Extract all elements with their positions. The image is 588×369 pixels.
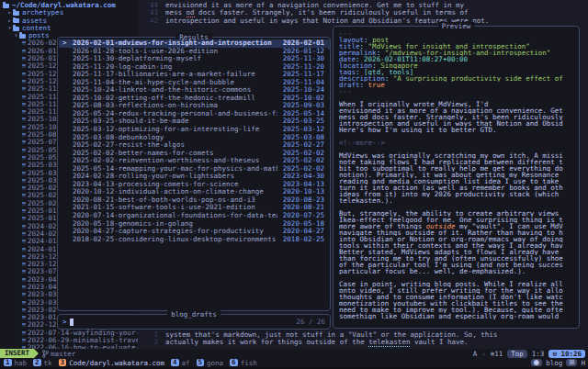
- result-filename: 2020-08-21-best-of-both-worlds-pop-os-an…: [73, 196, 277, 205]
- text-span: envisioned it as more of a navigation co…: [339, 107, 563, 114]
- tree-dir-archetypes[interactable]: ▸archetypes: [0, 9, 138, 17]
- tree-dir-label: posts: [28, 32, 50, 39]
- tree-file-label: 2025-08-: [28, 131, 61, 139]
- tmux-window-hab[interactable]: 1hab: [4, 359, 27, 367]
- preview-line: introspection and useful in ways that No…: [339, 120, 577, 127]
- results-row[interactable]: 2018-02-25-considering-linux-desktop-env…: [59, 236, 329, 244]
- prompt-title: blog_drafts: [167, 310, 220, 319]
- markdown-file-icon: ≡: [20, 223, 28, 230]
- tree-file-label: 2023-04-: [28, 276, 61, 284]
- tree-file-label: 2023-04-: [28, 284, 61, 291]
- file-tree-root[interactable]: ~/Code/daryl.wakatara.com: [0, 2, 138, 9]
- result-filename: 2025-02-27-resist-the-algos: [73, 141, 277, 150]
- telescope-results-window: Results >2026-02-01-mdviews-for-insight-…: [57, 37, 331, 311]
- preview-line: ---: [339, 30, 577, 37]
- tmux-window-Code/daryl.wakatara.com[interactable]: 3Code/daryl.wakatara.com: [59, 359, 164, 367]
- tree-dir-assets[interactable]: ▸assets: [0, 17, 138, 25]
- editor-line: 42introspection and useful in ways that …: [138, 17, 489, 25]
- results-counter: 26 / 26: [296, 318, 325, 326]
- text-span: Case in point, writing blog posts. While…: [339, 281, 563, 287]
- tree-file-label: 2023-03-: [28, 299, 61, 307]
- preview-line: ---: [339, 88, 577, 95]
- preview-line: tags: [gtd, tools]: [339, 69, 577, 75]
- results-scrollbar[interactable]: [327, 39, 330, 50]
- text-span: location: [339, 62, 372, 69]
- text-span: telekasten: [368, 338, 410, 347]
- host-label: H: [581, 359, 585, 367]
- result-filename: 2025-11-17-billionaries-are-a-market-fai…: [73, 71, 277, 79]
- line-number: 42: [138, 17, 158, 25]
- tmux-window-index: 3: [59, 359, 67, 366]
- markdown-file-icon: ≡: [20, 246, 28, 253]
- result-filename: 2021-01-15-software-tools-i-use-2021-edi…: [73, 204, 277, 212]
- format-flag: A: [473, 350, 478, 358]
- tree-file-label: 2025-03-: [28, 170, 61, 177]
- tree-dir-content[interactable]: ▾content: [0, 25, 138, 32]
- statusline-right: A ‹ ⊕11 Top 1:3 ⊙ 10:26: [473, 350, 585, 358]
- text-span: Ikea-effect feelgood for me. One surpris…: [339, 217, 563, 223]
- result-filename: 2020-10-12-individual-action-on-climate-…: [73, 188, 277, 196]
- result-date: 2018-02-25: [283, 236, 324, 244]
- markdown-file-icon: ≡: [20, 55, 28, 62]
- markdown-file-icon: ≡: [20, 94, 28, 101]
- chevron-down-icon: ▾: [6, 25, 13, 32]
- result-filename: 2025-05-14-remapping-your-mac-for-physic…: [73, 165, 277, 173]
- git-branch-label: master: [51, 350, 75, 358]
- tree-file-label: 2025-02-: [28, 184, 61, 192]
- result-filename: 2026-01-28-tools-i-use-2026-edition: [73, 48, 277, 56]
- text-span: thoughts and to consume information (I d…: [339, 294, 563, 300]
- text-span: Better stated, MdViews adapts to flows I…: [339, 249, 559, 255]
- preview-line: description: "A surprising productivity …: [339, 75, 577, 82]
- text-span: "/mdviews-for-insight-and-introspection": [385, 50, 551, 56]
- chevron-right-icon: ▸: [6, 9, 13, 17]
- tree-file-label: 2025-12-: [28, 62, 61, 70]
- text-span: layout: [339, 37, 364, 43]
- text-span: :: [377, 50, 385, 56]
- tmux-window-af[interactable]: 4af: [171, 359, 190, 367]
- tree-file-label: 2025-10-: [28, 116, 61, 123]
- markdown-file-icon: ≡: [20, 261, 28, 268]
- preview-line: But, strangely, the ability to create ar…: [339, 210, 577, 217]
- result-filename: 2025-10-02-getting-off-the-hedonic-tread…: [73, 95, 277, 103]
- tree-file-label: 2025-10-: [28, 124, 61, 131]
- preview-line: mess od docs faster. Strangely, it's bee…: [339, 114, 577, 120]
- tmux-window-name: fish: [241, 359, 257, 367]
- markdown-file-icon: ≡: [20, 276, 28, 284]
- text-span: actually makes it work for things outsid…: [165, 338, 368, 346]
- tmux-window-fish[interactable]: 6fish: [230, 359, 257, 367]
- tree-file-label: 2022-12-: [28, 321, 61, 329]
- result-filename: 2020-05-18-genomics-in-golang: [73, 220, 277, 229]
- tree-file[interactable]: ≡2022-06-29-minimalist-travel-re…: [0, 337, 138, 344]
- statusline: INSERT master A ‹ ⊕11 Top 1:3 ⊙ 10:26: [0, 349, 588, 358]
- tree-file[interactable]: ≡2022-07-14-wayfinding-your-futu…: [0, 330, 138, 337]
- text-span: turn it into action (as well as remember…: [339, 184, 563, 191]
- tmux-window-list: 1hab2tk3Code/daryl.wakatara.com4af5gona6…: [4, 359, 257, 367]
- tmux-window-index: 4: [171, 359, 179, 366]
- preview-title: Preview: [438, 22, 475, 30]
- preview-line: monetization youtubes with clickbait tit…: [339, 300, 577, 307]
- text-span: bit too suboptimal to really help me get…: [339, 165, 563, 172]
- result-filename: 2020-07-14-organizational-foundations-fo…: [73, 212, 277, 220]
- text-span: :: [364, 37, 372, 43]
- tree-file-label: 2024-01-: [28, 246, 61, 253]
- tree-file-label: 2023-02-: [28, 307, 61, 314]
- tmux-window-gona[interactable]: 5gona: [197, 359, 224, 367]
- text-span: monetization youtubes with clickbait tit…: [339, 300, 563, 307]
- tree-file-label: 2023-03-: [28, 291, 61, 298]
- result-filename: 2025-03-12-optimizing-for-an-interesting…: [73, 126, 277, 134]
- markdown-file-icon: ≡: [20, 337, 28, 344]
- text-span: somethign like Obsidian and especially o…: [339, 313, 559, 319]
- text-span: title: [339, 43, 360, 50]
- markdown-file-icon: ≡: [20, 78, 28, 85]
- result-filename: 2026-02-01-mdviews-for-insight-and-intro…: [73, 39, 277, 48]
- text-span: need to make to improve my tool.). Becau…: [339, 307, 563, 313]
- tmux-window-tk[interactable]: 2tk: [33, 359, 52, 367]
- tree-file-label: 2024-01-: [28, 238, 61, 245]
- result-filename: 2025-03-08-debunkology: [73, 134, 277, 142]
- selection-caret: >: [59, 39, 73, 48]
- markdown-file-icon: ≡: [20, 321, 28, 329]
- tmux-right-status: ● blog ⊞ H: [531, 359, 585, 367]
- markdown-file-icon: ≡: [20, 291, 28, 298]
- preview-line: reading and media consumption list idea …: [339, 178, 577, 184]
- tree-file-label: 2025-01-: [28, 215, 61, 222]
